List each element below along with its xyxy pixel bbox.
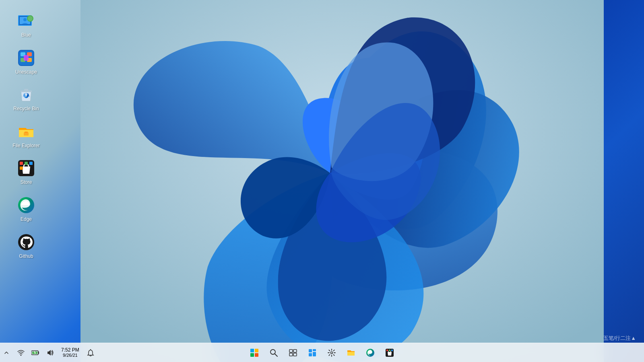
recycle-bin-label: Recycle Bin [13,106,39,112]
edge-taskbar-button[interactable] [361,344,379,362]
svg-rect-19 [20,162,23,165]
clock[interactable]: 7:52 PM 9/26/21 [58,344,83,362]
desktop-icon-edge[interactable]: Edge [8,192,44,226]
recycle-bin-icon [17,85,36,104]
desktop: Blue Unescape [0,0,644,362]
svg-rect-27 [250,353,254,357]
store-label: Store [21,179,32,186]
desktop-icon-unescape[interactable]: Unescape [8,45,44,79]
wallpaper [80,0,604,362]
search-icon [270,349,278,357]
task-view-icon [289,349,297,357]
svg-rect-38 [309,353,312,356]
file-explorer-icon [17,122,36,141]
notification-button[interactable] [84,344,97,362]
svg-point-6 [23,18,27,21]
taskbar-tray: 7:52 PM 9/26/21 [0,344,97,362]
svg-rect-34 [293,353,297,356]
svg-rect-35 [309,349,312,352]
desktop-icon-file-explorer[interactable]: File Explorer [8,119,44,152]
svg-rect-22 [20,167,23,170]
settings-icon [328,349,336,357]
svg-point-5 [28,16,33,21]
svg-line-30 [275,354,277,356]
wifi-button[interactable] [14,344,27,362]
widgets-button[interactable] [303,344,321,362]
chevron-up-icon [4,350,9,355]
start-button[interactable] [246,344,263,362]
svg-rect-33 [289,353,293,356]
settings-button[interactable] [323,344,341,362]
search-button[interactable] [265,344,283,362]
desktop-icons: Blue Unescape [0,4,52,270]
file-explorer-taskbar-button[interactable] [342,344,360,362]
svg-rect-15 [24,89,28,90]
wifi-icon [17,349,25,356]
svg-rect-14 [21,90,32,92]
desktop-icon-recycle-bin[interactable]: Recycle Bin [8,82,44,115]
store-icon [17,158,36,178]
edge-taskbar-icon [366,348,375,357]
svg-rect-42 [386,350,388,351]
ime-indicator: 五笔/行二注▲ [603,335,636,342]
folder-taskbar-icon [347,349,355,357]
svg-rect-47 [38,352,39,354]
clock-date: 9/26/21 [63,353,78,358]
svg-rect-44 [391,350,393,351]
svg-rect-16 [24,132,29,136]
battery-icon [31,350,39,356]
start-icon [250,348,259,357]
file-explorer-label: File Explorer [12,143,39,149]
ime-text: 五笔/行二注▲ [603,335,636,341]
svg-rect-26 [255,349,258,352]
widgets-icon [308,349,316,357]
svg-point-29 [270,350,275,354]
svg-point-45 [21,354,22,356]
store-taskbar-icon [385,348,394,357]
unescape-icon [17,48,36,68]
unescape-label: Unescape [15,69,37,76]
sound-button[interactable] [43,344,56,362]
battery-button[interactable] [29,344,42,362]
taskbar-center [246,344,398,362]
edge-label: Edge [21,216,32,223]
desktop-icon-github[interactable]: Github [8,229,44,263]
sound-icon [46,349,54,356]
svg-rect-32 [293,350,297,352]
svg-point-39 [331,352,333,354]
svg-rect-20 [25,162,28,165]
github-label: Github [19,253,33,260]
store-taskbar-button[interactable] [381,344,398,362]
svg-rect-25 [250,349,254,352]
svg-rect-36 [313,349,316,351]
svg-rect-21 [29,162,33,165]
blue-label: Blue [21,32,31,39]
blue-icon [17,11,36,31]
edge-icon [17,195,36,215]
desktop-icon-store[interactable]: Store [8,155,44,189]
github-icon [17,232,36,252]
task-view-button[interactable] [284,344,302,362]
svg-rect-31 [289,350,293,352]
notification-icon [87,349,94,356]
svg-rect-17 [25,132,28,133]
svg-rect-28 [255,353,258,357]
show-hidden-icons-button[interactable] [0,344,13,362]
desktop-icon-blue[interactable]: Blue [8,8,44,42]
clock-time: 7:52 PM [61,347,79,353]
svg-rect-43 [389,350,390,351]
taskbar: 7:52 PM 9/26/21 [0,343,644,362]
svg-rect-37 [313,352,316,356]
svg-rect-13 [24,55,29,61]
